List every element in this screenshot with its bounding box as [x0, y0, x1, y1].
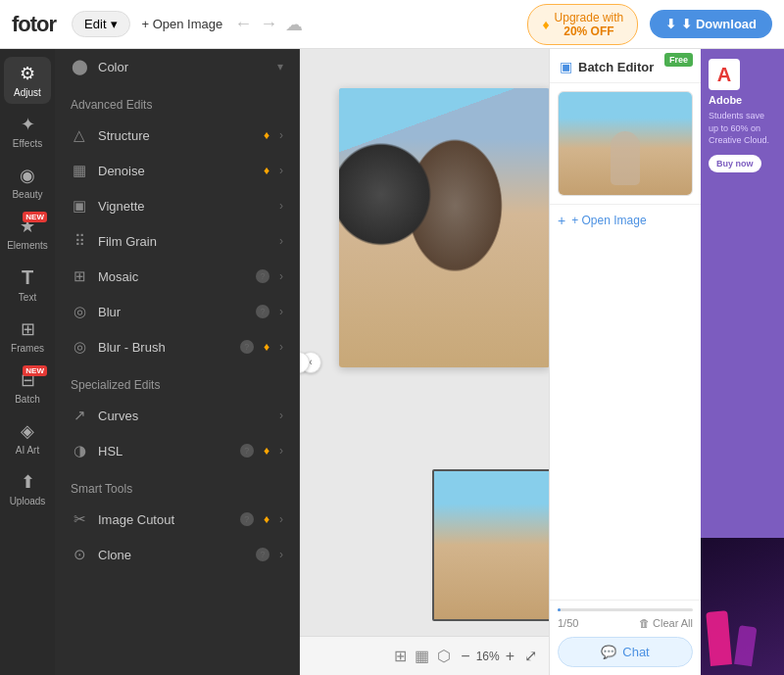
- edit-panel: ⬤ Color ▾ Advanced Edits △ Structure ♦ ›…: [55, 49, 300, 675]
- upgrade-button[interactable]: ♦ Upgrade with 20% OFF: [527, 4, 638, 45]
- cutout-label: Image Cutout: [98, 512, 230, 527]
- download-icon: ⬇: [665, 17, 676, 31]
- help-icon: ?: [240, 340, 254, 354]
- vignette-label: Vignette: [98, 199, 270, 214]
- sidebar-item-text[interactable]: T Text: [4, 261, 51, 309]
- clone-icon: ⊙: [71, 546, 88, 563]
- right-panel-footer: 1/50 🗑 Clear All 💬 Chat: [550, 600, 701, 675]
- panel-item-blur[interactable]: ◎ Blur ? ›: [55, 294, 299, 329]
- panel-item-blur-brush[interactable]: ◎ Blur - Brush ? ♦ ›: [55, 329, 299, 364]
- sidebar-item-elements[interactable]: NEW ★ Elements: [4, 210, 51, 257]
- denoise-icon: ▦: [71, 162, 88, 179]
- advanced-edits-header: Advanced Edits: [55, 84, 299, 118]
- progress-bar-wrap: [558, 608, 693, 611]
- fullscreen-button[interactable]: ⤢: [524, 647, 537, 665]
- cloud-icon[interactable]: ☁: [285, 14, 303, 35]
- help-icon: ?: [256, 305, 270, 318]
- upgrade-text: Upgrade with 20% OFF: [555, 11, 624, 38]
- panel-item-hsl[interactable]: ◑ HSL ? ♦ ›: [55, 433, 299, 468]
- ad-panel: A Adobe Students save up to 60% on Creat…: [701, 49, 784, 675]
- color-label: Color: [98, 60, 268, 74]
- expand-icon: ▾: [277, 60, 283, 73]
- buy-now-button[interactable]: Buy now: [709, 155, 761, 172]
- canvas-tool-icon2[interactable]: ▦: [415, 647, 429, 665]
- zoom-level: 16%: [476, 650, 500, 663]
- sidebar-item-uploads[interactable]: ⬆ Uploads: [4, 465, 51, 512]
- left-sidebar: ⚙ Adjust ✦ Effects ◉ Beauty NEW ★ Elemen…: [0, 49, 55, 675]
- uploads-icon: ⬆: [21, 471, 35, 493]
- chat-icon: 💬: [601, 645, 616, 659]
- download-button[interactable]: ⬇ ⬇ Download: [650, 10, 772, 38]
- chevron-icon: ›: [279, 164, 283, 177]
- ad-text: Students save up to 60% on Creative Clou…: [709, 110, 776, 147]
- zoom-out-button[interactable]: −: [461, 648, 469, 665]
- diamond-icon: ♦: [264, 444, 270, 458]
- help-icon: ?: [256, 548, 270, 561]
- curves-icon: ↗: [71, 407, 88, 424]
- panel-item-image-cutout[interactable]: ✂ Image Cutout ? ♦ ›: [55, 502, 299, 537]
- zoom-controls: − 16% +: [461, 648, 514, 665]
- adjust-icon: ⚙: [20, 63, 35, 84]
- denoise-label: Denoise: [98, 164, 254, 178]
- panel-item-mosaic[interactable]: ⊞ Mosaic ? ›: [55, 259, 299, 294]
- undo-icon[interactable]: ←: [234, 14, 252, 35]
- panel-item-clone[interactable]: ⊙ Clone ? ›: [55, 537, 299, 572]
- cutout-icon: ✂: [71, 510, 88, 528]
- sidebar-item-adjust[interactable]: ⚙ Adjust: [4, 57, 51, 104]
- panel-item-color[interactable]: ⬤ Color ▾: [55, 49, 299, 84]
- sidebar-item-batch[interactable]: NEW ⊟ Batch: [4, 363, 51, 410]
- open-image-button[interactable]: + Open Image: [142, 17, 223, 31]
- panel-item-vignette[interactable]: ▣ Vignette ›: [55, 188, 299, 223]
- text-icon: T: [22, 266, 33, 289]
- panel-item-film-grain[interactable]: ⠿ Film Grain ›: [55, 223, 299, 259]
- sidebar-item-frames[interactable]: ⊞ Frames: [4, 313, 51, 360]
- open-image-label: + Open Image: [571, 214, 646, 227]
- mosaic-label: Mosaic: [98, 269, 246, 284]
- clear-all-label: Clear All: [653, 617, 693, 629]
- chevron-icon: ›: [279, 548, 283, 561]
- main-photo: [339, 88, 549, 367]
- help-icon: ?: [256, 269, 270, 283]
- new-badge-batch: NEW: [23, 365, 47, 376]
- canvas-tools: ⊞ ▦ ⬡: [394, 647, 451, 665]
- sidebar-item-effects[interactable]: ✦ Effects: [4, 108, 51, 155]
- canvas-tool-icon3[interactable]: ⬡: [437, 647, 451, 665]
- blur-icon: ◎: [71, 303, 88, 320]
- hsl-label: HSL: [98, 444, 230, 458]
- new-badge: NEW: [23, 212, 47, 222]
- sidebar-item-label: Beauty: [12, 189, 42, 200]
- sidebar-item-label: Effects: [13, 138, 42, 149]
- clear-all-button[interactable]: 🗑 Clear All: [639, 617, 693, 629]
- sidebar-item-label: Uploads: [10, 496, 46, 506]
- chevron-icon: ›: [279, 409, 283, 422]
- canvas-tool-icon[interactable]: ⊞: [394, 647, 407, 665]
- help-icon: ?: [240, 512, 254, 526]
- batch-image-card[interactable]: [558, 91, 693, 196]
- sidebar-item-label: Batch: [15, 394, 40, 405]
- chevron-icon: ›: [279, 269, 283, 283]
- diamond-icon: ♦: [542, 17, 549, 32]
- chevron-icon: ›: [279, 512, 283, 526]
- progress-fill: [558, 608, 561, 611]
- chat-button[interactable]: 💬 Chat: [558, 637, 693, 667]
- panel-item-denoise[interactable]: ▦ Denoise ♦ ›: [55, 153, 299, 188]
- sidebar-item-label: Elements: [7, 240, 48, 251]
- panel-item-curves[interactable]: ↗ Curves ›: [55, 398, 299, 433]
- trash-icon: 🗑: [639, 617, 650, 629]
- panel-item-structure[interactable]: △ Structure ♦ ›: [55, 118, 299, 153]
- sidebar-item-beauty[interactable]: ◉ Beauty: [4, 159, 51, 206]
- redo-icon[interactable]: →: [260, 14, 277, 35]
- vignette-icon: ▣: [71, 197, 88, 215]
- smart-tools-header: Smart Tools: [55, 468, 299, 502]
- batch-editor-header: Free ▣ Batch Editor: [550, 49, 701, 83]
- zoom-in-button[interactable]: +: [506, 648, 514, 665]
- logo: fotor: [12, 12, 56, 37]
- film-grain-icon: ⠿: [71, 232, 88, 250]
- main-area: ⚙ Adjust ✦ Effects ◉ Beauty NEW ★ Elemen…: [0, 49, 784, 675]
- open-image-row[interactable]: + + Open Image: [550, 204, 701, 236]
- structure-icon: △: [71, 126, 88, 144]
- diamond-icon: ♦: [264, 164, 270, 177]
- sidebar-item-ai-art[interactable]: ◈ AI Art: [4, 414, 51, 461]
- edit-button[interactable]: Edit ▾: [72, 11, 129, 37]
- sidebar-item-label: AI Art: [16, 445, 39, 456]
